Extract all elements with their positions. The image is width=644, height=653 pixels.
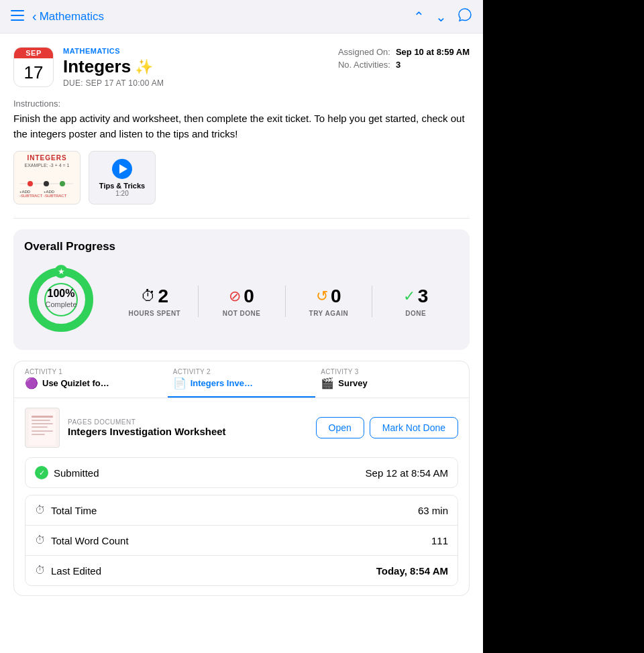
activity-tab-3[interactable]: ACTIVITY 3 🎬 Survey — [315, 361, 464, 398]
submitted-label: Submitted — [54, 467, 99, 479]
activity-tab-1[interactable]: ACTIVITY 1 🟣 Use Quizlet for... — [19, 361, 168, 398]
assigned-on-label: Assigned On: — [338, 47, 390, 57]
last-edited-left: ⏱ Last Edited — [35, 565, 101, 577]
assignment-title: Integers ✨ — [63, 56, 338, 77]
stat-not-done: ⊘ 0 NOT DONE — [199, 286, 286, 317]
total-word-count-left: ⏱ Total Word Count — [35, 534, 129, 546]
comment-button[interactable] — [458, 7, 472, 25]
total-word-count-value: 111 — [431, 535, 448, 546]
activity-1-name: Use Quizlet for... — [42, 378, 109, 388]
activity-3-row: 🎬 Survey — [321, 377, 367, 390]
last-edited-label: Last Edited — [51, 565, 101, 577]
svg-rect-21 — [32, 423, 53, 424]
total-time-row: ⏱ Total Time 63 min — [25, 495, 458, 526]
doc-thumbnail — [25, 408, 60, 448]
svg-rect-20 — [32, 420, 50, 421]
last-edited-row: ⏱ Last Edited Today, 8:54 AM — [25, 556, 458, 585]
svg-rect-0 — [11, 10, 24, 11]
calendar-icon: SEP 17 — [13, 47, 54, 87]
total-time-left: ⏱ Total Time — [35, 504, 97, 516]
activity-3-name: Survey — [338, 378, 367, 388]
video-title: Tips & Tricks — [99, 182, 145, 190]
activity-1-icon: 🟣 — [25, 377, 38, 390]
nav-right-icons: ⌃ ⌄ — [413, 7, 472, 25]
activity-tab-2[interactable]: ACTIVITY 2 📄 Integers Investi... — [168, 361, 316, 398]
hours-spent-num: 2 — [158, 286, 169, 307]
total-time-value: 63 min — [418, 505, 448, 516]
total-word-count-row: ⏱ Total Word Count 111 — [25, 526, 458, 556]
doc-info: PAGES DOCUMENT Integers Investigation Wo… — [68, 418, 308, 437]
total-time-icon: ⏱ — [35, 504, 46, 516]
attachments-row: INTEGERS EXAMPLE: -3 + 4 = 1 +ADD +ADD -… — [13, 151, 470, 204]
up-arrow-button[interactable]: ⌃ — [413, 9, 425, 25]
stat-done: ✓ 3 DONE — [372, 286, 459, 317]
svg-point-6 — [60, 181, 65, 186]
submitted-row: ✓ Submitted Sep 12 at 8:54 AM — [25, 457, 458, 488]
progress-title: Overall Progress — [24, 240, 459, 253]
down-arrow-button[interactable]: ⌄ — [435, 9, 447, 25]
submitted-time: Sep 12 at 8:54 AM — [366, 467, 448, 479]
activity-3-num-label: ACTIVITY 3 — [321, 368, 358, 375]
title-text: Integers — [63, 56, 131, 77]
svg-text:-SUBTRACT: -SUBTRACT — [44, 194, 67, 198]
sparkle-icon: ✨ — [135, 58, 153, 76]
doc-actions: Open Mark Not Done — [316, 417, 458, 438]
assignment-meta: Assigned On: Sep 10 at 8:59 AM No. Activ… — [338, 47, 470, 72]
calendar-day: 17 — [14, 58, 53, 86]
subject-label: MATHEMATICS — [63, 47, 338, 55]
donut-svg: ★ 100% Complete — [24, 263, 98, 337]
poster-title: INTEGERS — [17, 154, 77, 162]
svg-point-4 — [28, 181, 33, 186]
content-area: SEP 17 MATHEMATICS Integers ✨ DUE: SEP 1… — [0, 34, 483, 653]
sidebar-toggle-button[interactable] — [11, 9, 24, 24]
done-num: 3 — [418, 286, 429, 307]
svg-text:Complete: Complete — [45, 300, 76, 308]
poster-graphic-icon: +ADD +ADD -SUBTRACT -SUBTRACT — [17, 169, 76, 198]
activity-2-row: 📄 Integers Investi... — [173, 377, 258, 390]
doc-type: PAGES DOCUMENT — [68, 418, 308, 426]
svg-point-5 — [44, 181, 49, 186]
video-attachment[interactable]: Tips & Tricks 1:20 — [89, 151, 156, 204]
play-triangle-icon — [119, 164, 127, 174]
svg-text:-SUBTRACT: -SUBTRACT — [19, 194, 43, 198]
assignment-header: SEP 17 MATHEMATICS Integers ✨ DUE: SEP 1… — [13, 47, 470, 88]
not-done-label: NOT DONE — [223, 310, 261, 317]
activity-2-name: Integers Investi... — [191, 378, 258, 388]
stats-grid: ⏱ 2 HOURS SPENT ⊘ 0 NOT DONE — [111, 286, 459, 317]
doc-row: PAGES DOCUMENT Integers Investigation Wo… — [25, 408, 458, 448]
clock-icon: ⏱ — [141, 288, 156, 305]
activities-section: ACTIVITY 1 🟣 Use Quizlet for... ACTIVITY… — [13, 361, 470, 596]
activity-1-num-label: ACTIVITY 1 — [25, 368, 62, 375]
separator — [13, 218, 470, 219]
done-icon: ✓ — [403, 288, 415, 305]
svg-rect-1 — [11, 15, 24, 16]
donut-chart: ★ 100% Complete — [24, 263, 98, 339]
svg-text:★: ★ — [58, 267, 65, 276]
submitted-check-icon: ✓ — [35, 466, 48, 479]
activity-2-num-label: ACTIVITY 2 — [173, 368, 211, 375]
assigned-on-value: Sep 10 at 8:59 AM — [396, 47, 470, 57]
svg-rect-2 — [11, 19, 24, 21]
no-activities-label: No. Activities: — [338, 60, 390, 70]
stats-rows: ⏱ Total Time 63 min ⏱ Total Word Count 1… — [25, 495, 458, 586]
mark-not-done-button[interactable]: Mark Not Done — [370, 417, 458, 438]
not-done-icon: ⊘ — [229, 288, 241, 305]
activity-3-icon: 🎬 — [321, 377, 334, 390]
try-again-icon: ↺ — [316, 288, 328, 305]
doc-name: Integers Investigation Worksheet — [68, 426, 308, 437]
word-count-icon: ⏱ — [35, 534, 46, 546]
back-chevron-icon: ‹ — [32, 9, 37, 24]
try-again-num: 0 — [331, 286, 341, 307]
svg-rect-23 — [32, 430, 53, 432]
total-word-count-label: Total Word Count — [51, 535, 129, 546]
progress-stats: ★ 100% Complete ⏱ 2 HOURS SPENT — [24, 263, 459, 339]
back-button[interactable]: ‹ Mathematics — [32, 9, 413, 24]
assignment-title-block: MATHEMATICS Integers ✨ DUE: SEP 17 AT 10… — [63, 47, 338, 88]
open-button[interactable]: Open — [316, 417, 364, 438]
poster-attachment[interactable]: INTEGERS EXAMPLE: -3 + 4 = 1 +ADD +ADD -… — [13, 151, 80, 204]
video-duration: 1:20 — [115, 190, 128, 197]
done-label: DONE — [405, 310, 426, 317]
instructions-text: Finish the app activity and worksheet, t… — [13, 111, 470, 141]
submitted-left: ✓ Submitted — [35, 466, 99, 479]
try-again-label: TRY AGAIN — [309, 310, 349, 317]
